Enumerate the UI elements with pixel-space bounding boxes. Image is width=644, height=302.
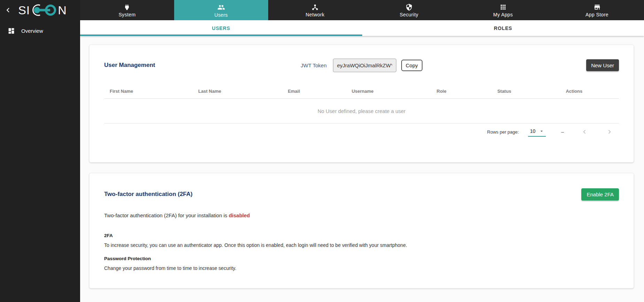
- section-body-password-protection: Change your password from time to time t…: [104, 265, 619, 271]
- two-factor-status-line: Two-factor authentication (2FA) for your…: [104, 212, 619, 218]
- column-header-last-name: Last Name: [193, 89, 282, 94]
- shield-icon: [405, 3, 413, 11]
- nav-tab-label: App Store: [585, 12, 608, 17]
- user-management-card: User Management JWT Token Copy New User …: [89, 45, 634, 163]
- page-title: User Management: [104, 62, 155, 68]
- active-tab-indicator: [80, 35, 362, 36]
- copy-button[interactable]: Copy: [401, 60, 422, 71]
- status-badge: disabled: [229, 212, 250, 218]
- brand-text-left: SI: [18, 0, 30, 20]
- column-header-username: Username: [346, 89, 431, 94]
- enable-2fa-button[interactable]: Enable 2FA: [581, 188, 619, 201]
- jwt-token-group: JWT Token Copy: [301, 59, 422, 72]
- nav-tab-system[interactable]: System: [80, 0, 174, 20]
- section-heading-2fa: 2FA: [104, 233, 619, 238]
- dashboard-icon: [8, 27, 15, 35]
- jwt-token-label: JWT Token: [301, 62, 326, 68]
- column-header-status: Status: [492, 89, 560, 94]
- main-content: User Management JWT Token Copy New User …: [80, 36, 644, 302]
- brand-co-mark: [30, 2, 57, 18]
- jwt-token-input[interactable]: [333, 59, 396, 72]
- user-management-header: User Management JWT Token Copy New User: [104, 58, 619, 73]
- column-header-first-name: First Name: [104, 89, 193, 94]
- nav-tab-label: Network: [305, 12, 324, 17]
- nav-tab-network[interactable]: Network: [268, 0, 362, 20]
- brand-logo: SI N: [13, 0, 67, 20]
- two-factor-header: Two-factor authentication (2FA) Enable 2…: [104, 187, 619, 201]
- tab-roles[interactable]: ROLES: [362, 20, 644, 36]
- back-chevron-icon[interactable]: [3, 6, 13, 15]
- users-table: First Name Last Name Email Username Role…: [104, 84, 619, 140]
- nav-tab-label: Security: [400, 12, 419, 17]
- logo-bar: SI N: [0, 0, 80, 20]
- sub-tab-bar: USERS ROLES: [80, 20, 644, 36]
- users-table-header-row: First Name Last Name Email Username Role…: [104, 84, 619, 99]
- brand-text-right: N: [58, 0, 67, 20]
- page-range-text: –: [561, 129, 564, 135]
- two-factor-card: Two-factor authentication (2FA) Enable 2…: [89, 173, 634, 288]
- rows-per-page-label: Rows per page:: [487, 129, 519, 135]
- status-text: Two-factor authentication (2FA) for your…: [104, 212, 229, 218]
- sidebar-item-overview[interactable]: Overview: [0, 22, 80, 39]
- nav-tab-label: Users: [214, 12, 228, 18]
- nav-tab-my-apps[interactable]: My Apps: [456, 0, 550, 20]
- nav-tab-label: System: [118, 12, 135, 17]
- section-body-2fa: To increase security, you can use an aut…: [104, 242, 619, 248]
- empty-table-row: No User defined, please create a user: [104, 99, 619, 123]
- sidebar-item-label: Overview: [21, 28, 43, 34]
- people-icon: [217, 3, 225, 11]
- top-navigation: System Users Network Security My Apps Ap…: [80, 0, 644, 20]
- new-user-button[interactable]: New User: [586, 59, 619, 71]
- sidebar: SI N Overview: [0, 0, 80, 302]
- column-header-email: Email: [282, 89, 346, 94]
- nav-tab-app-store[interactable]: App Store: [550, 0, 644, 20]
- storefront-icon: [593, 3, 601, 11]
- nav-tab-label: My Apps: [493, 12, 513, 17]
- dropdown-caret-icon: [539, 128, 544, 134]
- nav-tab-security[interactable]: Security: [362, 0, 456, 20]
- rows-per-page-select[interactable]: 10: [528, 127, 546, 137]
- nav-tab-users[interactable]: Users: [174, 0, 268, 20]
- tab-users[interactable]: USERS: [80, 20, 362, 36]
- rows-per-page-value: 10: [530, 128, 536, 134]
- table-pagination: Rows per page: 10 –: [104, 123, 619, 140]
- column-header-actions: Actions: [560, 89, 619, 94]
- apps-grid-icon: [499, 3, 507, 11]
- previous-page-icon[interactable]: [580, 127, 589, 136]
- next-page-icon[interactable]: [605, 127, 614, 136]
- device-hub-icon: [311, 3, 319, 11]
- column-header-role: Role: [431, 89, 492, 94]
- empty-table-message: No User defined, please create a user: [318, 108, 406, 114]
- power-plug-icon: [123, 3, 131, 11]
- section-heading-password-protection: Password Protection: [104, 256, 619, 261]
- two-factor-title: Two-factor authentication (2FA): [104, 191, 193, 197]
